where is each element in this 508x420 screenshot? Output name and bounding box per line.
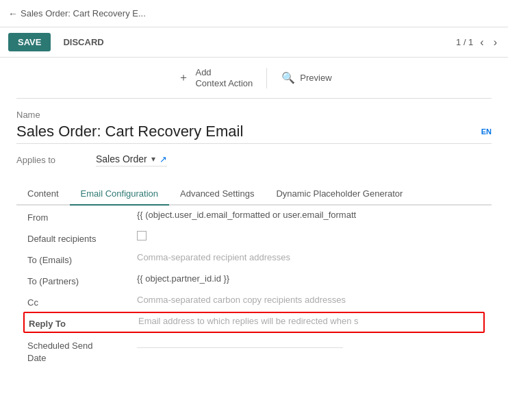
to-emails-placeholder: Comma-separated recipient addresses xyxy=(137,252,290,262)
reply-to-label: Reply To xyxy=(29,316,138,329)
preview-button[interactable]: 🔍 Preview xyxy=(270,65,342,91)
back-link-label: Sales Order: Cart Recovery E... xyxy=(21,8,146,18)
to-partners-row: To (Partners) {{ object.partner_id.id }} xyxy=(27,269,481,291)
toolbar-row: ＋ Add Context Action 🔍 Preview xyxy=(16,58,492,99)
to-partners-value[interactable]: {{ object.partner_id.id }} xyxy=(137,273,481,284)
applies-to-label: Applies to xyxy=(16,155,85,165)
discard-button[interactable]: DISCARD xyxy=(56,33,110,51)
save-button[interactable]: SAVE xyxy=(8,33,51,51)
applies-to-row: Applies to Sales Order ▾ ↗ xyxy=(16,153,492,166)
name-input[interactable] xyxy=(16,123,476,140)
back-arrow-icon: ← xyxy=(8,8,18,19)
applies-to-field: Sales Order ▾ ↗ xyxy=(96,153,167,166)
main-content: ＋ Add Context Action 🔍 Preview Name EN A… xyxy=(0,58,508,369)
default-recipients-value xyxy=(137,231,481,243)
action-bar: SAVE DISCARD 1 / 1 ‹ › xyxy=(0,27,508,58)
external-link-icon[interactable]: ↗ xyxy=(160,154,167,164)
tab-dynamic-placeholder[interactable]: Dynamic Placeholder Generator xyxy=(265,183,414,206)
toolbar-separator xyxy=(266,68,267,88)
to-partners-label: To (Partners) xyxy=(27,273,137,286)
from-value[interactable]: {{ (object.user_id.email_formatted or us… xyxy=(137,210,481,220)
preview-label: Preview xyxy=(300,73,331,84)
pagination: 1 / 1 ‹ › xyxy=(456,35,500,50)
scheduled-send-value xyxy=(137,337,481,348)
dropdown-chevron-icon: ▾ xyxy=(151,154,155,164)
email-config-fields: From {{ (object.user_id.email_formatted … xyxy=(16,206,492,369)
default-recipients-row: Default recipients xyxy=(27,227,481,248)
reply-to-value: Email address to which replies will be r… xyxy=(138,316,479,326)
default-recipients-label: Default recipients xyxy=(27,231,137,244)
applies-to-select[interactable]: Sales Order xyxy=(96,153,147,164)
cc-label: Cc xyxy=(27,295,137,308)
scheduled-send-input[interactable] xyxy=(137,337,343,348)
pagination-label: 1 / 1 xyxy=(456,37,473,47)
reply-to-row: Reply To Email address to which replies … xyxy=(23,312,485,333)
add-context-action-label: Add Context Action xyxy=(195,67,253,88)
top-bar: ← Sales Order: Cart Recovery E... xyxy=(0,0,508,27)
name-label: Name xyxy=(16,110,492,120)
prev-button[interactable]: ‹ xyxy=(477,35,486,50)
scheduled-send-label: Scheduled Send Date xyxy=(27,337,137,365)
add-context-action-button[interactable]: ＋ Add Context Action xyxy=(165,62,264,94)
from-label: From xyxy=(27,210,137,223)
scheduled-send-row: Scheduled Send Date xyxy=(27,333,481,369)
preview-icon: 🔍 xyxy=(281,71,296,86)
cc-row: Cc Comma-separated carbon copy recipient… xyxy=(27,291,481,312)
tab-advanced-settings[interactable]: Advanced Settings xyxy=(169,183,265,206)
cc-placeholder: Comma-separated carbon copy recipients a… xyxy=(137,295,346,305)
tabs-bar: Content Email Configuration Advanced Set… xyxy=(16,183,492,206)
lang-badge: EN xyxy=(481,127,492,136)
from-row: From {{ (object.user_id.email_formatted … xyxy=(27,206,481,227)
to-emails-value: Comma-separated recipient addresses xyxy=(137,252,481,262)
form-section: Name EN Applies to Sales Order ▾ ↗ xyxy=(16,99,492,183)
reply-to-placeholder: Email address to which replies will be r… xyxy=(138,316,359,326)
plus-icon: ＋ xyxy=(176,71,191,86)
to-emails-row: To (Emails) Comma-separated recipient ad… xyxy=(27,248,481,269)
tab-content[interactable]: Content xyxy=(16,183,70,206)
default-recipients-checkbox[interactable] xyxy=(137,231,147,240)
tab-email-configuration[interactable]: Email Configuration xyxy=(70,183,169,206)
next-button[interactable]: › xyxy=(491,35,500,50)
to-emails-label: To (Emails) xyxy=(27,252,137,265)
cc-value: Comma-separated carbon copy recipients a… xyxy=(137,295,481,305)
back-link[interactable]: ← Sales Order: Cart Recovery E... xyxy=(8,8,146,19)
name-field-row: EN xyxy=(16,123,492,144)
